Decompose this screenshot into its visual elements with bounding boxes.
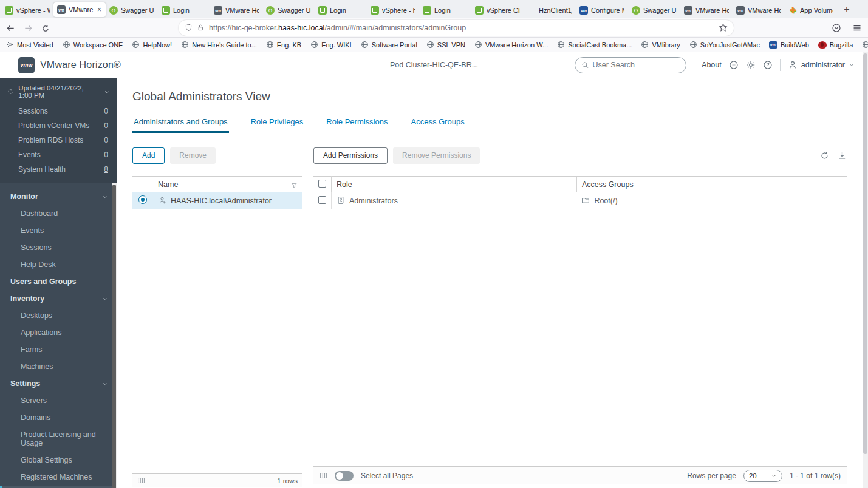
table-row-administrator[interactable]: HAAS-HIC.local\Administrator [132,192,302,209]
user-search-box[interactable] [575,57,686,73]
filter-icon[interactable] [291,182,298,189]
url-text[interactable]: https://hic-qe-broker.haas-hic.local/adm… [209,24,714,32]
forward-button[interactable] [24,22,33,33]
refresh-icon[interactable] [7,88,13,95]
sidebar-item-help-desk[interactable]: Help Desk [0,256,117,273]
user-search-input[interactable] [592,61,680,69]
sidebar-section-monitor[interactable]: Monitor [0,188,117,205]
bookmark-item[interactable]: Workspace ONE [63,41,123,49]
feedback-icon[interactable] [729,60,739,70]
browser-tab[interactable]: HznClient1_w7 [524,2,576,18]
bookmark-item[interactable]: VMlibrary [641,41,680,49]
browser-tab[interactable]: Swagger UI [106,2,158,18]
help-icon[interactable] [763,60,773,70]
pod-cluster-name[interactable]: Pod Cluster-HIC-QE-BR... [390,61,478,69]
summary-count-link[interactable]: 8 [104,165,108,174]
browser-tab[interactable]: VMware Horiz [733,2,785,18]
sidebar-item-desktops[interactable]: Desktops [0,307,117,324]
row-radio[interactable] [138,195,147,204]
browser-tab[interactable]: vSphere Client [471,2,524,18]
bookmark-item[interactable]: New Hire's Guide to... [181,41,257,49]
sidebar-item-sessions[interactable]: Sessions [0,239,117,256]
browser-tab[interactable]: Login [315,2,367,18]
user-menu[interactable]: administrator [788,60,855,70]
browser-tab[interactable]: Login [158,2,210,18]
sidebar-item-domains[interactable]: Domains [0,409,117,426]
new-tab-button[interactable]: + [839,2,854,17]
sidebar-section-inventory[interactable]: Inventory [0,290,117,307]
browser-tab[interactable]: App Volumes [785,2,837,18]
browser-tab[interactable]: Configure Mai [576,2,628,18]
sidebar-item-machines[interactable]: Machines [0,358,117,375]
page-size-select[interactable]: 20 [743,470,782,482]
pocket-icon[interactable] [832,23,841,33]
bookmark-item[interactable]: BuildWeb [769,41,809,49]
sidebar-item-global-settings[interactable]: Global Settings [0,452,117,469]
browser-tab[interactable]: VMware Horiz [680,2,733,18]
sidebar-item-registered-machines[interactable]: Registered Machines [0,469,117,486]
column-settings-icon[interactable] [320,472,327,480]
tab-role-permissions[interactable]: Role Permissions [325,114,389,132]
url-bar[interactable]: https://hic-qe-broker.haas-hic.local/adm… [179,20,734,36]
browser-tab[interactable]: Swagger UI [262,2,315,18]
browser-tab[interactable]: vSphere - Win [1,2,53,18]
bookmark-item[interactable]: Bugzilla [818,41,853,49]
bookmark-item[interactable]: SocialCast Bookma... [557,41,632,49]
sidebar-item-users-and-groups[interactable]: Users and Groups [0,273,117,290]
sidebar-item-applications[interactable]: Applications [0,324,117,341]
export-download-icon[interactable] [838,151,847,160]
summary-count-link[interactable]: 0 [104,151,108,159]
menu-icon[interactable] [852,23,862,33]
browser-tab-active[interactable]: VMware Hor× [53,2,106,17]
bookmark-item[interactable]: Eng. KB [266,41,301,49]
reload-button[interactable] [41,22,50,32]
bookmark-star-icon[interactable] [719,23,728,32]
column-settings-icon[interactable] [137,476,145,484]
remove-button[interactable]: Remove [170,147,216,164]
sidebar-scrollbar-thumb[interactable] [112,185,116,488]
summary-count-link[interactable]: 0 [104,121,108,130]
gear-icon[interactable] [746,60,756,70]
page-size-value: 20 [749,472,757,480]
sidebar-scrollbar[interactable] [112,183,117,488]
sidebar-section-settings[interactable]: Settings [0,375,117,392]
bookmark-item[interactable]: VMware Horizon W... [474,41,548,49]
select-all-checkbox[interactable] [318,180,326,188]
bookmark-item[interactable]: Most Visited [6,41,53,49]
remove-permissions-button[interactable]: Remove Permissions [393,147,480,164]
tab-access-groups[interactable]: Access Groups [409,114,465,132]
about-link[interactable]: About [702,61,722,69]
table-row-permission[interactable]: Administrators Root(/) [313,192,847,209]
browser-tab[interactable]: vSphere - hic [367,2,419,18]
back-button[interactable] [6,22,15,33]
sidebar-item-events[interactable]: Events [0,222,117,239]
add-button[interactable]: Add [132,147,165,164]
add-permissions-button[interactable]: Add Permissions [313,147,388,164]
close-tab-icon[interactable]: × [97,5,102,14]
row-checkbox[interactable] [318,196,326,204]
bookmark-item[interactable]: SoYouJustGotAMac [689,41,760,49]
bookmark-item[interactable]: Software Portal [361,41,417,49]
browser-tab[interactable]: Login [419,2,471,18]
tab-title: HznClient1_w7 [539,7,572,14]
select-all-pages-toggle[interactable] [335,471,354,481]
browser-tab[interactable]: Swagger UI [628,2,680,18]
page-scrollbar[interactable] [863,52,868,488]
refresh-icon[interactable] [820,151,829,160]
page-scrollbar-thumb[interactable] [863,53,867,454]
sidebar-item-product-licensing[interactable]: Product Licensing and Usage [0,426,117,452]
sidebar-item-administrators[interactable]: Administrators [0,486,117,488]
bookmark-item[interactable]: HelpNow! [132,41,172,49]
tab-role-privileges[interactable]: Role Privileges [250,114,305,132]
browser-tab[interactable]: VMware Horiz [210,2,262,18]
bookmark-item[interactable]: SSL VPN [426,41,465,49]
lock-icon[interactable] [197,24,205,32]
sidebar-item-servers[interactable]: Servers [0,392,117,409]
tracking-shield-icon[interactable] [185,24,193,32]
bookmark-item[interactable]: Oracle Apps [862,41,868,49]
sidebar-item-farms[interactable]: Farms [0,341,117,358]
sidebar-item-dashboard[interactable]: Dashboard [0,205,117,222]
chevron-down-icon[interactable] [104,89,109,95]
bookmark-item[interactable]: Eng. WIKI [310,41,352,49]
tab-administrators-and-groups[interactable]: Administrators and Groups [132,114,229,132]
